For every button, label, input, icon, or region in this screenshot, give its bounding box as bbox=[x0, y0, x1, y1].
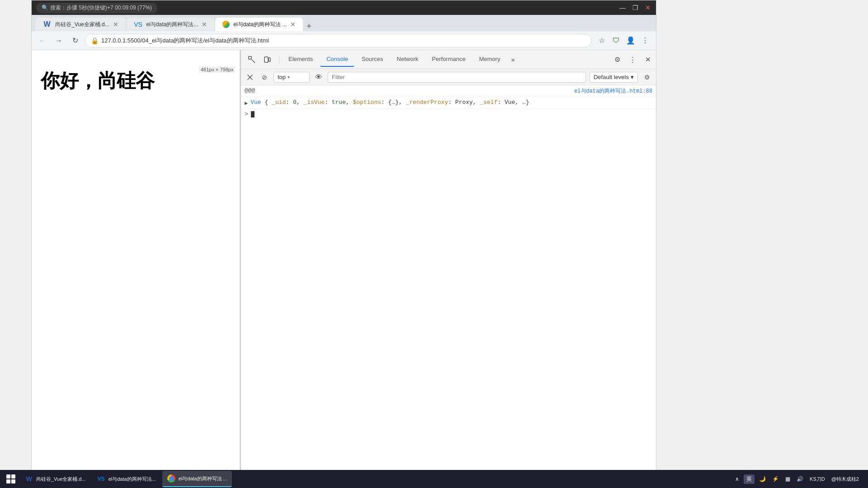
taskbar-word-icon: W bbox=[24, 474, 33, 483]
account-button[interactable]: 👤 bbox=[624, 34, 637, 47]
back-button[interactable]: ← bbox=[36, 34, 49, 47]
console-toolbar: ⊘ top ▾ 👁 Default levels ▾ ⚙ bbox=[241, 69, 656, 85]
devtools-panel: Elements Console Sources Network Perform… bbox=[240, 50, 656, 488]
tab-sources[interactable]: Sources bbox=[355, 52, 390, 67]
tray-moon[interactable]: 🌙 bbox=[757, 475, 768, 483]
close-button[interactable]: ✕ bbox=[644, 4, 651, 11]
tab2-close[interactable]: ✕ bbox=[202, 21, 207, 28]
clear-console-button[interactable] bbox=[245, 72, 255, 83]
page-content: 你好，尚硅谷 bbox=[32, 50, 240, 488]
security-icon: 🔒 bbox=[91, 37, 99, 44]
tab-separator bbox=[279, 55, 279, 64]
tab2-title: el与data的两种写法... bbox=[146, 21, 198, 28]
new-tab-button[interactable]: + bbox=[304, 22, 314, 31]
tray-sound[interactable]: 🔊 bbox=[795, 475, 805, 483]
sq1 bbox=[6, 474, 10, 479]
minimize-button[interactable]: — bbox=[619, 4, 626, 11]
forward-button[interactable]: → bbox=[52, 34, 65, 47]
tab3-favicon bbox=[222, 21, 230, 28]
title-search: 🔍 搜索：步骤 5秒(快捷键)+7 00:09:09 (77%) bbox=[36, 3, 157, 13]
console-gear-icon: ⚙ bbox=[644, 74, 650, 81]
taskbar: W 尚硅谷_Vue全家桶.d... VS el与data的两种写法... el与… bbox=[0, 470, 868, 488]
block-icon: ⊘ bbox=[262, 74, 267, 81]
tab-console[interactable]: Console bbox=[320, 52, 354, 67]
tray-username: @特木成桂2 bbox=[830, 475, 861, 483]
taskbar-vscode-label: el与data的两种写法... bbox=[108, 476, 156, 483]
menu-button[interactable]: ⋮ bbox=[639, 34, 651, 47]
context-selector[interactable]: top ▾ bbox=[274, 72, 310, 83]
sq3 bbox=[6, 479, 10, 483]
tab-elements[interactable]: Elements bbox=[282, 52, 319, 67]
address-text: 127.0.0.1:5500/04_el与data的两种写法/el与data的两… bbox=[101, 37, 586, 45]
tab3-close[interactable]: ✕ bbox=[290, 21, 296, 28]
devtools-tool-icons bbox=[243, 53, 276, 66]
svg-rect-0 bbox=[249, 56, 251, 59]
tab-performance[interactable]: Performance bbox=[425, 52, 472, 67]
title-controls: — ❐ ✕ bbox=[619, 4, 651, 11]
console-settings-button[interactable]: ⚙ bbox=[642, 72, 652, 83]
windows-logo bbox=[6, 474, 15, 483]
eye-button[interactable]: 👁 bbox=[313, 72, 324, 83]
tray-chevron[interactable]: ∧ bbox=[733, 475, 741, 483]
taskbar-chrome-label: el与data的两种写法 ... bbox=[179, 475, 227, 482]
tray-lightning[interactable]: ⚡ bbox=[770, 475, 781, 483]
reload-button[interactable]: ↻ bbox=[69, 34, 81, 47]
svg-rect-2 bbox=[269, 58, 270, 61]
tab1-favicon: W bbox=[42, 20, 52, 29]
shield-button[interactable]: 🛡 bbox=[610, 34, 623, 47]
devtools-more-button[interactable]: ⋮ bbox=[626, 53, 639, 66]
tray-ime[interactable]: 英 bbox=[744, 474, 755, 484]
taskbar-item-chrome[interactable]: el与data的两种写法 ... bbox=[162, 471, 232, 487]
taskbar-word-label: 尚硅谷_Vue全家桶.d... bbox=[36, 476, 86, 483]
main-area: 你好，尚硅谷 Elements Console bbox=[32, 50, 656, 488]
filter-input[interactable] bbox=[328, 72, 586, 83]
tab2-favicon: VS bbox=[134, 20, 143, 29]
restore-button[interactable]: ❐ bbox=[632, 4, 639, 11]
title-bar-content: 🔍 搜索：步骤 5秒(快捷键)+7 00:09:09 (77%) bbox=[36, 3, 615, 13]
devtools-tab-bar: Elements Console Sources Network Perform… bbox=[241, 50, 656, 69]
more-tabs-button[interactable]: » bbox=[508, 56, 519, 63]
context-arrow: ▾ bbox=[288, 75, 290, 80]
device-toolbar-button[interactable] bbox=[261, 53, 274, 66]
devtools-close-button[interactable]: ✕ bbox=[642, 53, 654, 66]
bookmark-button[interactable]: ☆ bbox=[595, 34, 608, 47]
devtools-settings: ⚙ ⋮ ✕ bbox=[611, 53, 654, 66]
console-prompt: > bbox=[245, 111, 248, 117]
tray-grid[interactable]: ▦ bbox=[783, 475, 792, 483]
browser-tab-3[interactable]: el与data的两种写法 ... ✕ bbox=[215, 18, 303, 31]
levels-arrow: ▾ bbox=[631, 74, 634, 80]
console-entry-1: @@@ el与data的两种写法.html:88 bbox=[241, 85, 656, 97]
taskbar-item-vscode[interactable]: VS el与data的两种写法... bbox=[92, 471, 160, 487]
browser-tab-1[interactable]: W 尚硅谷_Vue全家桶.d... ✕ bbox=[35, 18, 126, 31]
title-bar: 🔍 搜索：步骤 5秒(快捷键)+7 00:09:09 (77%) — ❐ ✕ bbox=[32, 0, 656, 15]
browser-tab-2[interactable]: VS el与data的两种写法... ✕ bbox=[127, 18, 215, 31]
title-search-text: 搜索：步骤 5秒(快捷键)+7 00:09:09 (77%) bbox=[50, 4, 152, 12]
nav-actions: ☆ 🛡 👤 ⋮ bbox=[595, 34, 651, 47]
levels-label: Default levels bbox=[594, 74, 629, 80]
tab1-close[interactable]: ✕ bbox=[113, 21, 118, 28]
taskbar-item-word[interactable]: W 尚硅谷_Vue全家桶.d... bbox=[20, 471, 90, 487]
tab-memory[interactable]: Memory bbox=[473, 52, 507, 67]
console-entry-1-text: @@@ bbox=[245, 87, 255, 94]
tab-bar: W 尚硅谷_Vue全家桶.d... ✕ VS el与data的两种写法... ✕… bbox=[32, 15, 656, 31]
taskbar-vscode-icon: VS bbox=[97, 474, 106, 483]
console-entry-1-source[interactable]: el与data的两种写法.html:88 bbox=[574, 87, 652, 95]
element-picker-button[interactable] bbox=[245, 53, 258, 66]
console-cursor bbox=[251, 111, 255, 117]
viewport-size: 461px × 798px bbox=[199, 66, 235, 73]
tab3-title: el与data的两种写法 ... bbox=[233, 21, 287, 28]
taskbar-chrome-icon bbox=[167, 474, 176, 483]
start-button[interactable] bbox=[4, 472, 18, 486]
devtools-settings-button[interactable]: ⚙ bbox=[611, 53, 623, 66]
console-entry-2: ▶ Vue { _uid: 0, _isVue: true, $options:… bbox=[241, 97, 656, 109]
tab-network[interactable]: Network bbox=[391, 52, 425, 67]
taskbar-tray: ∧ 英 🌙 ⚡ ▦ 🔊 KS刀D @特木成桂2 bbox=[730, 474, 864, 484]
sq2 bbox=[11, 474, 15, 479]
levels-button[interactable]: Default levels ▾ bbox=[590, 72, 638, 83]
console-expand-button[interactable]: ▶ bbox=[245, 100, 248, 107]
console-input-row[interactable]: > bbox=[241, 109, 656, 119]
block-console-button[interactable]: ⊘ bbox=[259, 72, 270, 83]
search-icon: 🔍 bbox=[42, 5, 48, 11]
address-bar[interactable]: 🔒 127.0.0.1:5500/04_el与data的两种写法/el与data… bbox=[85, 34, 592, 47]
tray-ks: KS刀D bbox=[808, 475, 827, 483]
